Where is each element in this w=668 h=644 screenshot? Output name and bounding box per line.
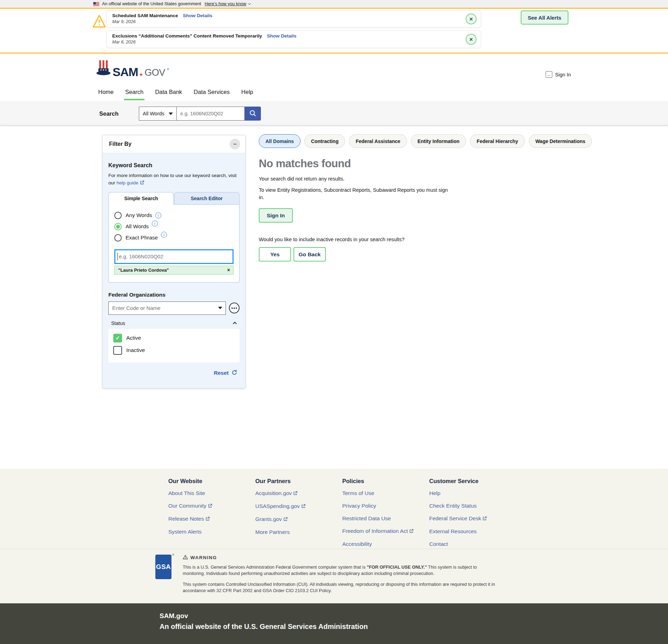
footer-link-about-this-site[interactable]: About This Site <box>168 490 255 496</box>
caret-down-icon[interactable] <box>218 307 222 309</box>
keyword-tab-content: Any Words i All Words i Exact Phrase i <box>108 205 239 283</box>
footer-link-usaspending-gov[interactable]: USASpending.gov <box>255 503 342 510</box>
help-guide-label: help guide <box>116 180 138 185</box>
gsa-warning-band: GSA ® WARNING This is a U.S. General Ser… <box>0 549 668 603</box>
tab-search-editor[interactable]: Search Editor <box>174 192 239 205</box>
checkbox-inactive[interactable] <box>113 346 122 355</box>
footer-link-help[interactable]: Help <box>429 490 527 496</box>
yes-button[interactable]: Yes <box>259 247 291 262</box>
info-icon[interactable]: i <box>161 232 167 238</box>
keyword-chip-label: "Laura Prieto Cordova" <box>118 267 169 273</box>
checkbox-inactive-label: Inactive <box>126 347 145 353</box>
bottom-tagline: An official website of the U.S. General … <box>160 623 668 631</box>
footer-heading: Our Partners <box>255 478 342 484</box>
footer-link-external-resources[interactable]: External Resources <box>429 528 527 535</box>
filter-title: Filter By <box>109 141 131 147</box>
remove-chip-icon[interactable]: × <box>227 267 230 273</box>
external-link-icon <box>293 490 297 497</box>
nav-item-search[interactable]: Search <box>124 84 144 100</box>
footer-link-grants-gov[interactable]: Grants.gov <box>255 516 342 523</box>
footer-link-our-community[interactable]: Our Community <box>168 503 255 509</box>
close-icon[interactable]: × <box>466 14 477 25</box>
see-all-alerts-button[interactable]: See All Alerts <box>521 11 568 25</box>
gsa-logo: GSA ® <box>155 555 174 603</box>
external-link-icon <box>283 516 288 523</box>
search-mode-select[interactable]: All Words <box>139 107 177 121</box>
pill-contracting[interactable]: Contracting <box>304 134 345 148</box>
nav-item-home[interactable]: Home <box>97 84 115 100</box>
footer-col-our-website: Our Website About This Site Our Communit… <box>168 478 255 549</box>
footer-col-our-partners: Our Partners Acquisition.gov USASpending… <box>255 478 342 549</box>
sign-in-button[interactable]: Sign In <box>259 208 293 223</box>
federal-org-combo-input[interactable] <box>108 301 226 315</box>
nav-item-help[interactable]: Help <box>240 84 254 100</box>
checkbox-active[interactable]: ✓ <box>113 334 122 343</box>
footer-link-privacy-policy[interactable]: Privacy Policy <box>342 503 429 509</box>
radio-exact-phrase[interactable] <box>114 234 122 242</box>
footer-links: Our Website About This Site Our Communit… <box>0 469 668 549</box>
no-results-subtitle: Your search did not return any results. <box>259 176 539 182</box>
pill-wage-determinations[interactable]: Wage Determinations <box>529 134 592 148</box>
footer-link-terms-of-use[interactable]: Terms of Use <box>342 490 429 496</box>
search-mode-value: All Words <box>143 111 164 116</box>
alert-exclusions: Exclusions “Additional Comments” Content… <box>106 30 481 48</box>
footer-link-more-partners[interactable]: More Partners <box>255 529 342 535</box>
status-header[interactable]: Status <box>111 320 237 326</box>
footer-link-release-notes[interactable]: Release Notes <box>168 516 255 522</box>
close-icon[interactable]: × <box>466 34 477 45</box>
go-back-button[interactable]: Go Back <box>293 247 326 262</box>
info-icon[interactable]: i <box>155 212 161 218</box>
keyword-input[interactable] <box>114 249 234 264</box>
footer-link-accessibility[interactable]: Accessibility <box>342 541 429 547</box>
footer-link-federal-service-desk[interactable]: Federal Service Desk <box>429 515 527 522</box>
alert-date: Mar 6, 2026 <box>112 40 461 45</box>
nav-item-data-services[interactable]: Data Services <box>193 84 231 100</box>
alerts-section: Scheduled SAM Maintenance Show Details M… <box>0 9 668 53</box>
pill-federal-assistance[interactable]: Federal Assistance <box>349 134 407 148</box>
help-guide-link[interactable]: help guide <box>116 180 144 185</box>
nav-item-data-bank[interactable]: Data Bank <box>154 84 183 100</box>
footer-heading: Policies <box>342 478 429 484</box>
more-options-button[interactable] <box>229 303 239 313</box>
status-options: ✓ Active Inactive <box>108 329 239 362</box>
keyword-chip: "Laura Prieto Cordova" × <box>114 266 234 274</box>
footer-col-customer-service: Customer Service Help Check Entity Statu… <box>429 478 527 549</box>
sign-in-link[interactable]: ← Sign In <box>546 71 571 78</box>
tab-simple-search[interactable]: Simple Search <box>108 192 174 205</box>
reset-filters-link[interactable]: Reset <box>214 370 229 376</box>
footer-link-acquisition-gov[interactable]: Acquisition.gov <box>255 490 342 497</box>
caret-down-icon <box>169 113 173 115</box>
no-matches-title: No matches found <box>259 157 539 170</box>
info-icon[interactable]: i <box>152 221 158 226</box>
pill-all-domains[interactable]: All Domains <box>259 134 301 148</box>
show-details-link[interactable]: Show Details <box>267 33 296 39</box>
official-site-text: An official website of the United States… <box>102 1 201 6</box>
search-button[interactable] <box>245 107 261 121</box>
logo-star-icon: ★ <box>139 72 143 77</box>
radio-any-words[interactable] <box>114 212 122 219</box>
pill-entity-information[interactable]: Entity Information <box>411 134 466 148</box>
footer-col-policies: Policies Terms of Use Privacy Policy Res… <box>342 478 429 549</box>
search-input[interactable] <box>177 107 245 121</box>
logo-registered-mark: ® <box>167 68 169 71</box>
warning-heading-label: WARNING <box>190 555 217 560</box>
footer-link-check-entity-status[interactable]: Check Entity Status <box>429 503 527 509</box>
collapse-filters-button[interactable]: − <box>230 139 240 149</box>
external-link-icon <box>409 528 413 535</box>
bottom-site-name: SAM.gov <box>160 612 668 620</box>
radio-all-words[interactable] <box>114 223 122 230</box>
reset-icon[interactable] <box>231 370 237 377</box>
footer-link-restricted-data-use[interactable]: Restricted Data Use <box>342 515 429 522</box>
uncle-sam-hat-icon <box>96 60 111 77</box>
external-link-icon <box>140 180 144 187</box>
chevron-down-icon <box>248 2 251 5</box>
pill-federal-hierarchy[interactable]: Federal Hierarchy <box>470 134 525 148</box>
how-you-know-link[interactable]: Here’s how you know <box>205 1 250 6</box>
results-area: All Domains Contracting Federal Assistan… <box>259 134 539 262</box>
footer-link-system-alerts[interactable]: System Alerts <box>168 529 255 535</box>
logo-gov-text: GOV <box>144 68 165 77</box>
footer-link-contact[interactable]: Contact <box>429 541 527 547</box>
sam-gov-logo[interactable]: SAM★GOV® <box>96 60 169 77</box>
footer-link-foia[interactable]: Freedom of Information Act <box>342 528 429 535</box>
show-details-link[interactable]: Show Details <box>183 13 212 18</box>
